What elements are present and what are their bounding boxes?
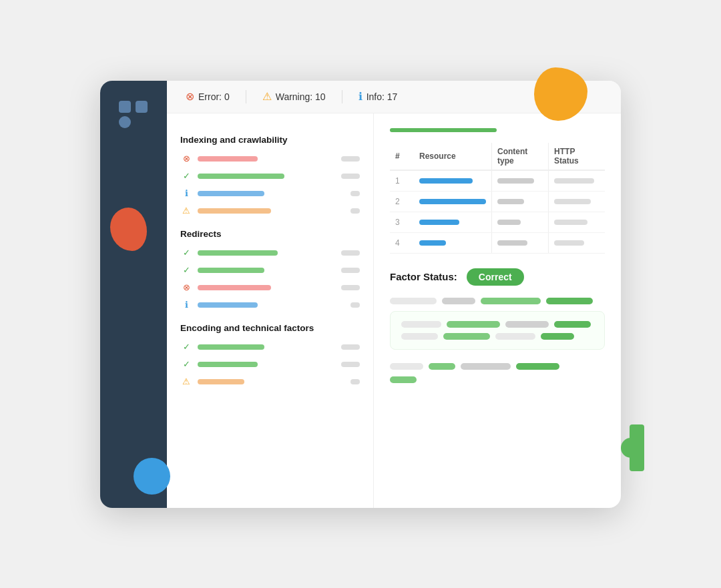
error-status: ⊗ Error: 0 bbox=[186, 90, 230, 103]
row-num: 4 bbox=[390, 232, 414, 253]
check-bar bbox=[198, 285, 271, 290]
resource-cell bbox=[414, 170, 492, 192]
content-group bbox=[390, 311, 605, 350]
check-bar bbox=[198, 379, 244, 384]
content-block bbox=[429, 363, 455, 370]
left-panel: Indexing and crawlability ⊗ ✓ bbox=[167, 113, 374, 508]
warning-label: Warning: 10 bbox=[276, 91, 326, 102]
check-bar bbox=[198, 156, 258, 162]
content-block bbox=[461, 363, 511, 370]
content-cell bbox=[492, 170, 549, 192]
logo-tile-2 bbox=[136, 101, 148, 113]
correct-badge: Correct bbox=[467, 268, 524, 286]
content-block bbox=[390, 298, 437, 304]
content-block bbox=[495, 333, 535, 340]
error-check-icon: ⊗ bbox=[180, 153, 192, 165]
info-status: ℹ Info: 17 bbox=[358, 90, 398, 103]
bar-tail bbox=[350, 208, 360, 214]
logo-tile-3 bbox=[119, 116, 131, 128]
bar-tail bbox=[341, 156, 360, 162]
encoding-title: Encoding and technical factors bbox=[180, 323, 360, 333]
content-block bbox=[447, 321, 500, 328]
bar-container bbox=[198, 362, 360, 367]
redirects-title: Redirects bbox=[180, 229, 360, 239]
check-bar bbox=[198, 344, 264, 350]
row-num: 1 bbox=[390, 170, 414, 192]
content-block bbox=[505, 321, 549, 328]
content-cell bbox=[492, 212, 549, 232]
content-block bbox=[442, 298, 475, 304]
main-content: ⊗ Error: 0 ⚠ Warning: 10 ℹ Info: 17 bbox=[167, 81, 621, 508]
success-check-icon: ✓ bbox=[180, 247, 192, 259]
content-block bbox=[516, 363, 559, 370]
check-row: ✓ bbox=[180, 358, 360, 370]
table-row: 4 bbox=[390, 232, 605, 253]
success-check-icon: ✓ bbox=[180, 264, 192, 276]
data-table: # Resource Content type HTTP Status 1 bbox=[390, 143, 605, 254]
check-row: ✓ bbox=[180, 247, 360, 259]
check-bar bbox=[198, 174, 284, 179]
error-icon: ⊗ bbox=[186, 90, 194, 103]
resource-cell bbox=[414, 232, 492, 253]
check-bar bbox=[198, 250, 278, 256]
col-header-num: # bbox=[390, 143, 414, 170]
error-label: Error: 0 bbox=[198, 91, 230, 102]
content-block bbox=[443, 333, 490, 340]
body-area: Indexing and crawlability ⊗ ✓ bbox=[167, 113, 621, 508]
bar-container bbox=[198, 156, 360, 162]
sidebar bbox=[100, 81, 167, 508]
check-row: ✓ bbox=[180, 264, 360, 276]
content-row bbox=[390, 298, 605, 304]
bar-container bbox=[198, 268, 360, 273]
divider-2 bbox=[342, 90, 342, 103]
content-block bbox=[401, 333, 438, 340]
row-num: 2 bbox=[390, 191, 414, 212]
check-row: ✓ bbox=[180, 341, 360, 353]
green-top-bar bbox=[390, 128, 497, 132]
table-row: 3 bbox=[390, 212, 605, 232]
bar-tail bbox=[341, 344, 360, 350]
content-row bbox=[390, 363, 605, 370]
content-row bbox=[401, 333, 593, 340]
content-block bbox=[390, 363, 423, 370]
bar-tail bbox=[350, 302, 360, 308]
col-header-http: HTTP Status bbox=[549, 143, 605, 170]
warning-status: ⚠ Warning: 10 bbox=[262, 90, 326, 103]
bar-container bbox=[198, 250, 360, 256]
content-block bbox=[390, 376, 417, 383]
check-bar bbox=[198, 268, 264, 273]
bar-container bbox=[198, 191, 360, 196]
content-block bbox=[541, 333, 574, 340]
resource-cell bbox=[414, 212, 492, 232]
content-row bbox=[401, 321, 593, 328]
check-row: ⚠ bbox=[180, 205, 360, 217]
success-check-icon: ✓ bbox=[180, 170, 192, 182]
right-panel: # Resource Content type HTTP Status 1 bbox=[374, 113, 621, 508]
blob-blue bbox=[134, 458, 170, 495]
http-cell bbox=[549, 170, 605, 192]
bar-tail bbox=[350, 191, 360, 196]
check-row: ✓ bbox=[180, 170, 360, 182]
check-bar bbox=[198, 191, 264, 196]
logo-tile-1 bbox=[119, 101, 131, 113]
bar-container bbox=[198, 379, 360, 384]
col-header-content: Content type bbox=[492, 143, 549, 170]
check-row: ⊗ bbox=[180, 282, 360, 294]
app-logo bbox=[119, 101, 148, 128]
content-section bbox=[390, 298, 605, 383]
bar-container bbox=[198, 174, 360, 179]
info-check-icon: ℹ bbox=[180, 188, 192, 200]
bar-tail bbox=[341, 174, 360, 179]
check-bar bbox=[198, 302, 258, 308]
http-cell bbox=[549, 212, 605, 232]
factor-status-row: Factor Status: Correct bbox=[390, 268, 605, 286]
content-row bbox=[390, 376, 605, 383]
row-num: 3 bbox=[390, 212, 414, 232]
check-row: ℹ bbox=[180, 299, 360, 311]
http-cell bbox=[549, 191, 605, 212]
blob-green-rect bbox=[630, 424, 644, 471]
bar-tail bbox=[341, 250, 360, 256]
info-check-icon: ℹ bbox=[180, 299, 192, 311]
bar-container bbox=[198, 285, 360, 290]
content-block bbox=[554, 321, 591, 328]
